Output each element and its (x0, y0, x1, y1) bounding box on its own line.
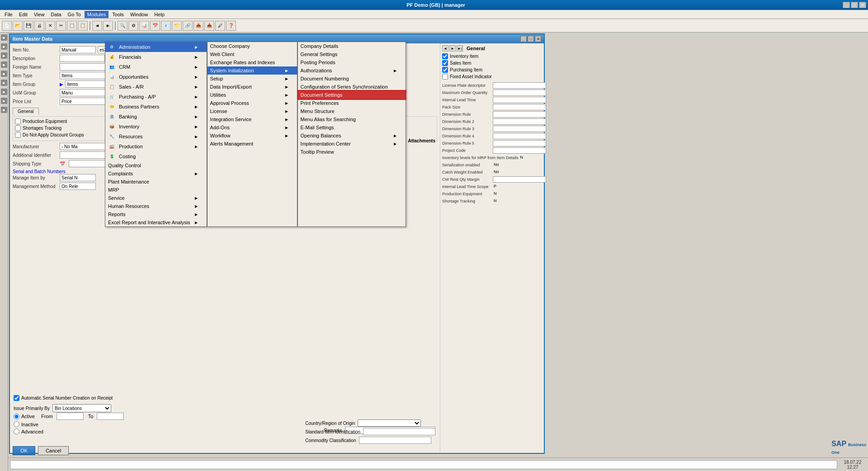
ok-button[interactable]: OK (13, 446, 35, 455)
internal-lead-input[interactable] (493, 97, 546, 103)
admin-workflow[interactable]: Workflow ▶ (208, 132, 297, 140)
menu-mrp[interactable]: MRP (105, 186, 207, 194)
commodity-input[interactable] (359, 437, 431, 444)
left-icon-5[interactable]: ■ (1, 71, 7, 77)
sysint-email-settings[interactable]: E-Mail Settings (298, 123, 406, 132)
menu-goto[interactable]: Go To (65, 11, 84, 18)
sysint-doc-numbering[interactable]: Document Numbering (298, 75, 406, 83)
close-button[interactable]: ✕ (859, 2, 866, 8)
mgmt-method-input[interactable] (60, 183, 96, 190)
issue-primarily-select[interactable]: Bin Locations (52, 404, 111, 412)
toolbar-btn-i[interactable]: 📥 (204, 21, 214, 31)
left-icon-6[interactable]: ■ (1, 80, 7, 86)
no-discount-checkbox[interactable] (15, 132, 21, 138)
cw-margin-input[interactable] (493, 176, 546, 183)
nav-buttons[interactable]: ◄ ► ►| (442, 45, 463, 52)
admin-web-client[interactable]: Web Client (208, 50, 297, 58)
toolbar-btn-g[interactable]: 🔗 (183, 21, 193, 31)
item-group-link[interactable]: ▶ (60, 82, 63, 87)
left-icon-8[interactable]: ■ (1, 98, 7, 104)
sysint-implementation[interactable]: Implementation Center ▶ (298, 140, 406, 148)
menu-window[interactable]: Window (127, 11, 151, 18)
from-input[interactable] (57, 413, 84, 420)
manage-item-input[interactable] (60, 174, 96, 181)
menu-reports[interactable]: Reports ▶ (105, 210, 207, 218)
sysint-opening-balances[interactable]: Opening Balances ▶ (298, 132, 406, 140)
purchasing-item-checkbox[interactable] (442, 67, 448, 73)
menu-plant-maintenance[interactable]: Plant Maintenance (105, 178, 207, 186)
nav-prev-btn[interactable]: ◄ (442, 45, 448, 52)
menu-file[interactable]: File (2, 11, 15, 18)
menu-service[interactable]: Service ▶ (105, 194, 207, 202)
item-no-input[interactable] (60, 46, 96, 53)
menu-hr[interactable]: Human Resources ▶ (105, 202, 207, 210)
inactive-radio[interactable] (14, 421, 19, 427)
menu-modules[interactable]: Modules (85, 11, 109, 18)
menu-crm[interactable]: 👥 CRM ▶ (105, 62, 207, 72)
dim-rule4-input[interactable] (493, 133, 546, 139)
active-radio[interactable] (14, 414, 19, 419)
left-icon-4[interactable]: ■ (1, 61, 7, 68)
menu-tools[interactable]: Tools (109, 11, 127, 18)
menu-financials[interactable]: 💰 Financials ▶ (105, 52, 207, 62)
inventory-item-checkbox[interactable] (442, 53, 448, 59)
toolbar-new[interactable]: 📄 (2, 21, 12, 31)
pack-size-input[interactable] (493, 104, 546, 110)
admin-addons[interactable]: Add-Ons ▶ (208, 123, 297, 132)
sysint-print-prefs[interactable]: Print Preferences (298, 99, 406, 107)
toolbar-btn-nav2[interactable]: ► (103, 21, 113, 31)
menu-data[interactable]: Data (48, 11, 64, 18)
menu-inventory[interactable]: 📦 Inventory ▶ (105, 122, 207, 132)
status-input[interactable] (10, 460, 837, 469)
menu-complaints[interactable]: Complaints ▶ (105, 170, 207, 178)
left-icon-2[interactable]: ■ (1, 43, 7, 50)
admin-exchange-rates[interactable]: Exchange Rates and Indexes (208, 58, 297, 66)
sales-item-checkbox[interactable] (442, 60, 448, 66)
title-bar-controls[interactable]: _ □ ✕ (843, 2, 866, 8)
window-minimize-btn[interactable]: _ (520, 36, 527, 42)
nav-next-btn[interactable]: ► (449, 45, 456, 52)
admin-approval[interactable]: Approval Process ▶ (208, 99, 297, 107)
toolbar-btn-d[interactable]: 📅 (150, 21, 160, 31)
tab-general[interactable]: General (13, 108, 39, 115)
menu-banking[interactable]: 🏦 Banking ▶ (105, 112, 207, 122)
auto-serial-checkbox[interactable] (14, 395, 19, 401)
window-close-btn[interactable]: ✕ (535, 36, 541, 42)
to-input[interactable] (97, 413, 124, 420)
menu-edit[interactable]: Edit (16, 11, 30, 18)
maximize-button[interactable]: □ (851, 2, 858, 8)
window-maximize-btn[interactable]: □ (528, 36, 534, 42)
sysint-tooltip-preview[interactable]: Tooltip Preview (298, 148, 406, 156)
admin-choose-company[interactable]: Choose Company (208, 42, 297, 50)
toolbar-btn-j[interactable]: 🖊 (215, 21, 225, 31)
dim-rule3-input[interactable] (493, 126, 546, 132)
cancel-button[interactable]: Cancel (38, 446, 69, 455)
toolbar-delete[interactable]: ✕ (45, 21, 55, 31)
shortages-tracking-checkbox[interactable] (15, 125, 21, 131)
toolbar-btn-f[interactable]: 📁 (172, 21, 182, 31)
admin-utilities[interactable]: Utilities ▶ (208, 91, 297, 99)
fixed-asset-checkbox[interactable] (442, 74, 448, 80)
toolbar-cut[interactable]: ✂ (56, 21, 66, 31)
toolbar-copy[interactable]: 📋 (67, 21, 77, 31)
toolbar-btn-nav1[interactable]: ◄ (92, 21, 102, 31)
toolbar-btn-b[interactable]: ⚙ (128, 21, 138, 31)
left-icon-3[interactable]: ■ (1, 52, 7, 59)
left-icon-1[interactable]: ■ (1, 34, 7, 41)
country-select[interactable] (358, 419, 421, 427)
admin-integration[interactable]: Integration Service ▶ (208, 115, 297, 123)
menu-costing[interactable]: 💲 Costing (105, 151, 207, 161)
nav-end-btn[interactable]: ►| (457, 45, 463, 52)
toolbar-open[interactable]: 📂 (13, 21, 23, 31)
advanced-radio[interactable] (14, 429, 19, 434)
toolbar-save[interactable]: 💾 (24, 21, 33, 31)
menu-production[interactable]: 🏭 Production ▶ (105, 141, 207, 151)
project-code-input[interactable] (493, 147, 546, 154)
toolbar-btn-c[interactable]: 📊 (139, 21, 149, 31)
sysint-posting-periods[interactable]: Posting Periods (298, 58, 406, 66)
sysint-authorizations[interactable]: Authorizations ▶ (298, 66, 406, 75)
admin-data-import[interactable]: Data Import/Export ▶ (208, 83, 297, 91)
admin-alerts[interactable]: Alerts Management (208, 140, 297, 148)
dim-rule5-input[interactable] (493, 140, 546, 146)
menu-opportunities[interactable]: 📊 Opportunities ▶ (105, 72, 207, 82)
